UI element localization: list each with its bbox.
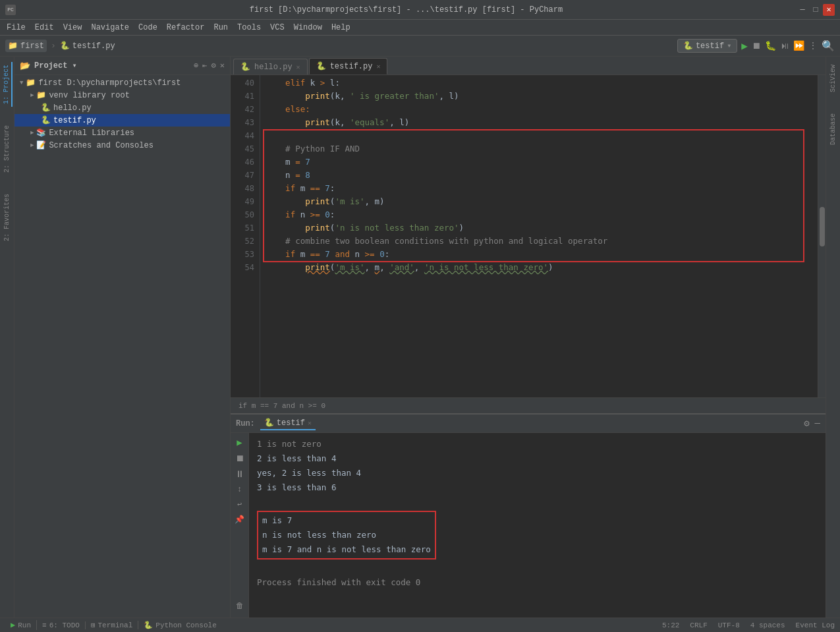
code-line-45: # Python IF AND	[266, 142, 812, 156]
run-header-right: ⚙ —	[804, 418, 820, 429]
run-tab-testif[interactable]: 🐍 testif ✕	[260, 417, 316, 430]
run-config-dropdown[interactable]: 🐍 testif ▾	[677, 39, 737, 53]
editor-content: 40 41 42 43 44 45 46 47 48 49 50 51 52 5…	[231, 75, 826, 397]
menu-help[interactable]: Help	[327, 22, 354, 34]
window-controls: ─ □ ✕	[797, 4, 835, 16]
main-layout: 1: Project 2: Structure 2: Favorites 📂 P…	[0, 57, 840, 632]
debug-button[interactable]: 🐛	[765, 40, 776, 51]
spaces[interactable]: 4 spaces	[750, 621, 785, 629]
code-line-48: if m == 7:	[266, 182, 812, 195]
code-line-49: print('m is', m)	[266, 195, 812, 208]
search-everywhere-button[interactable]: 🔍	[822, 40, 835, 53]
run-scroll-button[interactable]: ↕	[236, 484, 243, 496]
tree-arrow-scratches: ►	[30, 142, 34, 149]
project-view-icon[interactable]: 1: Project	[1, 62, 13, 107]
code-area[interactable]: elif k > l: print(k, ' is greater than',…	[260, 75, 818, 397]
pc-icon: PC	[5, 5, 16, 15]
tree-item-root[interactable]: ▼ 📁 first D:\pycharmprojects\first	[14, 76, 230, 89]
event-log[interactable]: Event Log	[796, 621, 835, 629]
run-config-label: testif	[696, 42, 724, 51]
run-trash-button[interactable]: 🗑	[235, 600, 245, 612]
menu-code[interactable]: Code	[134, 22, 161, 34]
hello-tab-label: hello.py	[254, 63, 293, 72]
scrollbar-thumb[interactable]	[820, 207, 825, 246]
code-line-42: else:	[266, 103, 812, 116]
maximize-button[interactable]: □	[810, 4, 822, 16]
tree-item-ext-libs[interactable]: ► 📚 External Libraries	[14, 127, 230, 139]
run-bottom-label: Run	[18, 621, 31, 629]
encoding[interactable]: UTF-8	[718, 621, 740, 629]
profile-button[interactable]: ⏩	[793, 40, 804, 51]
menu-tools[interactable]: Tools	[233, 22, 265, 34]
tab-hello[interactable]: 🐍 hello.py ✕	[233, 59, 308, 74]
folder-icon-venv: 📁	[36, 90, 46, 100]
toolbar-sep1: ›	[51, 41, 56, 51]
project-crumb[interactable]: 📁 first	[5, 40, 47, 52]
output-line-n: n is not less than zero	[262, 528, 431, 542]
root-label: first D:\pycharmprojects\first	[38, 78, 181, 88]
terminal-bottom-item[interactable]: ⊞ Terminal	[86, 621, 138, 629]
run-play-button[interactable]: ▶	[235, 436, 243, 449]
run-bottom-item[interactable]: ▶ Run	[5, 620, 37, 630]
minimize-button[interactable]: ─	[797, 4, 808, 16]
project-label: first	[20, 42, 44, 51]
sciview-icon[interactable]: SciView	[828, 62, 838, 95]
run-output: 1 is not zero 2 is less than 4 yes, 2 is…	[249, 433, 826, 618]
window-title: first [D:\pycharmprojects\first] - ...\t…	[16, 5, 797, 14]
cursor-position: 5:22	[662, 621, 679, 629]
menu-run[interactable]: Run	[210, 22, 232, 34]
close-button[interactable]: ✕	[823, 4, 835, 16]
menu-file[interactable]: File	[3, 22, 30, 34]
hint-bar: if m == 7 and n >= 0	[231, 397, 826, 413]
menubar: File Edit View Navigate Code Refactor Ru…	[0, 20, 840, 36]
run-pause-button[interactable]: ⏸	[234, 468, 246, 481]
line-separator[interactable]: CRLF	[690, 621, 707, 629]
structure-view-icon[interactable]: 2: Structure	[2, 123, 12, 175]
run-button[interactable]: ▶	[741, 40, 748, 53]
code-line-46: m = 7	[266, 156, 812, 169]
menu-navigate[interactable]: Navigate	[87, 22, 133, 34]
run-pin-button[interactable]: 📌	[233, 513, 246, 526]
code-line-50: if n >= 0:	[266, 208, 812, 221]
todo-bottom-item[interactable]: ≡ 6: TODO	[37, 621, 86, 629]
tree-item-hello[interactable]: 🐍 hello.py	[14, 101, 230, 114]
menu-edit[interactable]: Edit	[31, 22, 58, 34]
tree-item-scratches[interactable]: ► 📝 Scratches and Consoles	[14, 139, 230, 152]
run-wrap-button[interactable]: ↩	[236, 498, 243, 511]
tree-item-venv[interactable]: ► 📁 venv library root	[14, 89, 230, 101]
tree-arrow-venv: ►	[30, 92, 34, 99]
file-crumb[interactable]: 🐍 testif.py	[60, 41, 115, 51]
editor-scrollbar[interactable]	[818, 75, 826, 397]
python-icon-hello: 🐍	[41, 103, 51, 113]
menu-view[interactable]: View	[59, 22, 86, 34]
favorites-icon[interactable]: 2: Favorites	[2, 191, 12, 244]
run-config-icon: 🐍	[683, 41, 693, 51]
panel-close-icon[interactable]: ✕	[220, 61, 225, 71]
more-button[interactable]: ⋮	[808, 40, 818, 51]
run-panel-close-icon[interactable]: —	[815, 418, 820, 429]
run-stop-button[interactable]: ⏹	[234, 452, 246, 465]
menu-vcs[interactable]: VCS	[266, 22, 289, 34]
collapse-icon[interactable]: ⇤	[202, 61, 207, 71]
hello-label: hello.py	[53, 103, 92, 113]
venv-label: venv library root	[49, 91, 129, 100]
settings-icon[interactable]: ⚙	[211, 61, 216, 71]
run-settings-icon[interactable]: ⚙	[804, 418, 809, 429]
menu-window[interactable]: Window	[290, 22, 326, 34]
tree-item-testif[interactable]: 🐍 testif.py	[14, 114, 230, 127]
editor-row: 1: Project 2: Structure 2: Favorites 📂 P…	[0, 57, 840, 618]
database-icon[interactable]: Database	[828, 111, 838, 148]
python-console-icon: 🐍	[144, 621, 153, 629]
hello-tab-close[interactable]: ✕	[296, 63, 300, 71]
stop-button[interactable]: ⏹	[752, 41, 761, 51]
run-tab-close[interactable]: ✕	[308, 419, 312, 427]
tab-testif[interactable]: 🐍 testif.py ✕	[309, 58, 388, 74]
testif-tab-close[interactable]: ✕	[376, 63, 380, 71]
run-sidebar: ▶ ⏹ ⏸ ↕ ↩ 📌 🗑	[231, 433, 249, 618]
coverage-button[interactable]: ⏯	[780, 41, 789, 51]
python-console-item[interactable]: 🐍 Python Console	[138, 621, 221, 629]
output-line-1: 1 is not zero	[257, 437, 818, 451]
terminal-label: Terminal	[98, 621, 133, 629]
menu-refactor[interactable]: Refactor	[163, 22, 209, 34]
locate-icon[interactable]: ⊕	[194, 61, 198, 71]
